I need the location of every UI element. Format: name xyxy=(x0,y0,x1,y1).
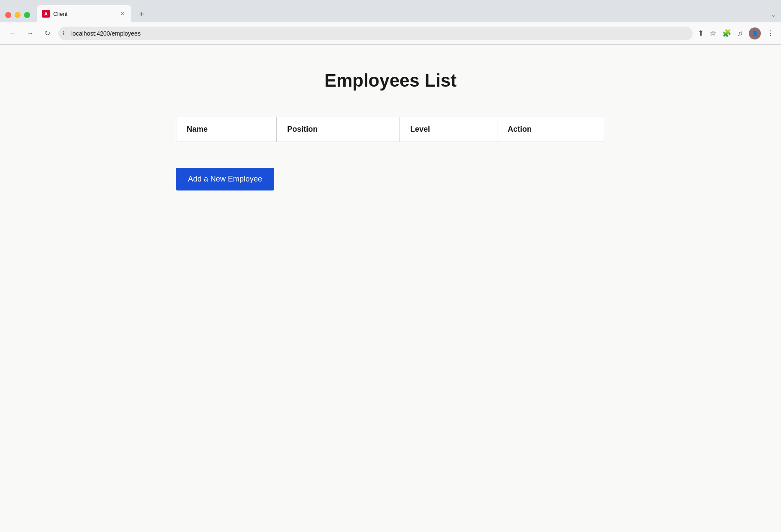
traffic-lights xyxy=(5,12,30,22)
more-menu-icon[interactable]: ⋮ xyxy=(767,29,774,38)
column-header-level: Level xyxy=(400,117,497,142)
url-input[interactable] xyxy=(58,27,693,40)
add-employee-button-wrapper: Add a New Employee xyxy=(176,154,605,190)
forward-icon: → xyxy=(27,30,33,37)
bookmark-icon[interactable]: ☆ xyxy=(710,29,716,38)
minimize-button[interactable] xyxy=(15,12,21,18)
new-tab-button[interactable]: + xyxy=(135,9,148,22)
user-avatar[interactable]: 👤 xyxy=(749,27,761,39)
tab-list-chevron[interactable]: ⌄ xyxy=(771,11,776,22)
address-bar: ← → ↻ ℹ ⬆ ☆ 🧩 ♬ 👤 ⋮ xyxy=(0,22,781,45)
refresh-button[interactable]: ↻ xyxy=(41,27,53,39)
refresh-icon: ↻ xyxy=(45,29,50,37)
page-title: Employees List xyxy=(324,70,457,91)
tab-close-button[interactable]: ✕ xyxy=(118,10,126,18)
back-button[interactable]: ← xyxy=(7,27,19,39)
close-button[interactable] xyxy=(5,12,11,18)
active-tab[interactable]: A Client ✕ xyxy=(37,5,131,22)
table-header-row: Name Position Level Action xyxy=(176,117,605,142)
forward-button[interactable]: → xyxy=(24,27,36,39)
employees-table-wrapper: Name Position Level Action xyxy=(176,117,605,142)
toolbar-icons: ⬆ ☆ 🧩 ♬ 👤 ⋮ xyxy=(698,27,774,39)
column-header-action: Action xyxy=(497,117,605,142)
tab-label: Client xyxy=(53,11,115,17)
column-header-name: Name xyxy=(176,117,277,142)
column-header-position: Position xyxy=(277,117,400,142)
page-content: Employees List Name Position Level Actio… xyxy=(0,45,781,532)
info-icon: ℹ xyxy=(63,30,65,36)
browser-window: A Client ✕ + ⌄ ← → ↻ ℹ ⬆ ☆ 🧩 ♬ � xyxy=(0,0,781,532)
share-icon[interactable]: ⬆ xyxy=(698,29,704,38)
add-employee-button[interactable]: Add a New Employee xyxy=(176,168,274,190)
tab-bar: A Client ✕ + ⌄ xyxy=(0,0,781,22)
extensions-icon[interactable]: 🧩 xyxy=(722,29,731,38)
back-icon: ← xyxy=(9,30,16,37)
avatar-image: 👤 xyxy=(752,30,758,36)
tab-favicon: A xyxy=(42,10,50,18)
employees-table: Name Position Level Action xyxy=(176,117,605,142)
address-bar-wrapper: ℹ xyxy=(58,27,693,40)
maximize-button[interactable] xyxy=(24,12,30,18)
table-header: Name Position Level Action xyxy=(176,117,605,142)
media-icon[interactable]: ♬ xyxy=(737,29,743,38)
